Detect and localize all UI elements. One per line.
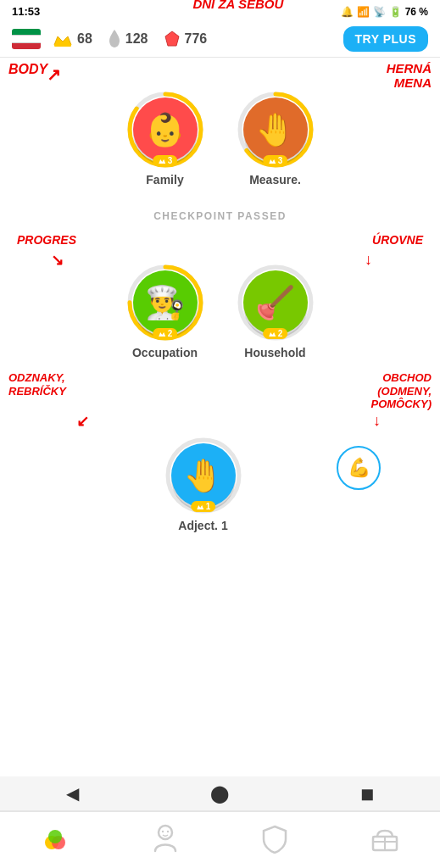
occupation-circle: 👨‍🍳 (133, 270, 198, 335)
svg-marker-0 (54, 36, 71, 45)
svg-marker-8 (269, 159, 276, 164)
shop-circle-button[interactable]: 💪 (337, 446, 381, 490)
shield-icon (259, 824, 290, 854)
svg-point-20 (161, 831, 163, 832)
svg-marker-5 (159, 159, 165, 164)
svg-marker-2 (165, 31, 179, 46)
annotation-body: BODY (8, 62, 47, 77)
profile-icon (150, 824, 181, 854)
gems-count: 776 (185, 31, 208, 47)
flame-icon (108, 30, 121, 48)
lesson-measure[interactable]: 🤚 3 Measure. (237, 92, 314, 186)
lesson-row-2: 👨‍🍳 2 Occupation 🪠 2 (0, 264, 440, 359)
status-time: 11:53 (12, 5, 40, 18)
main-content: 👶 3 Family 🤚 3 (0, 83, 440, 617)
svg-rect-1 (54, 44, 71, 47)
gems-stat: 776 (164, 31, 208, 47)
flame-count: 128 (125, 31, 148, 47)
measure-circle: 🤚 (243, 97, 308, 162)
streak-stat: 68 (53, 31, 92, 47)
checkpoint-passed: CHECKPOINT PASSED (153, 210, 287, 222)
crown-icon (53, 31, 73, 47)
measure-emoji: 🤚 (255, 111, 295, 148)
language-flag[interactable] (12, 29, 41, 49)
family-label: Family (146, 173, 183, 186)
occupation-label: Occupation (132, 346, 198, 359)
svg-marker-11 (159, 332, 165, 337)
back-button[interactable]: ◀ (66, 783, 79, 804)
gem-icon (164, 31, 181, 47)
lesson-row-1: 👶 3 Family 🤚 3 (0, 92, 440, 186)
family-circle: 👶 (133, 97, 198, 162)
bottom-nav (0, 810, 440, 868)
top-stats-bar: 68 128 776 TRY PLUS (0, 21, 440, 58)
occupation-crown: 2 (153, 328, 178, 339)
occupation-emoji: 👨‍🍳 (145, 284, 185, 321)
lesson-occupation[interactable]: 👨‍🍳 2 Occupation (127, 264, 203, 359)
annotation-urovne: ÚROVNE (372, 234, 423, 247)
svg-point-21 (166, 831, 168, 832)
annotation-odznaky: ODZNAKY,REBRÍČKY (8, 371, 66, 398)
family-crown: 3 (153, 155, 178, 166)
status-bar: 11:53 🔔 📶 📡 🔋 76 % (0, 0, 440, 21)
nav-item-profile[interactable] (142, 821, 189, 858)
shop-icon (370, 824, 400, 854)
learn-icon (40, 824, 70, 854)
household-circle: 🪠 (243, 270, 308, 335)
status-icons: 🔔 📶 📡 🔋 76 % (341, 6, 428, 18)
android-nav-bar: ◀ ⬤ ◼ (0, 776, 440, 810)
nav-item-shop[interactable] (361, 821, 409, 858)
nav-item-learn[interactable] (31, 821, 79, 858)
streak-count: 68 (77, 31, 92, 47)
lesson-adject1[interactable]: 🤚 1 Adject. 1 (165, 437, 242, 532)
measure-crown: 3 (263, 155, 288, 166)
household-label: Household (244, 346, 305, 359)
family-emoji: 👶 (145, 111, 185, 148)
adject1-emoji: 🤚 (183, 457, 223, 494)
svg-marker-13 (269, 332, 276, 337)
adject1-crown: 1 (191, 501, 216, 512)
battery-label: 76 % (405, 6, 428, 18)
adject1-circle: 🤚 (171, 443, 236, 508)
measure-label: Measure. (249, 173, 301, 186)
nav-item-shield[interactable] (251, 821, 298, 858)
svg-point-19 (159, 826, 172, 839)
household-emoji: 🪠 (255, 284, 295, 321)
home-button[interactable]: ⬤ (210, 783, 229, 804)
try-plus-button[interactable]: TRY PLUS (343, 26, 428, 52)
recent-button[interactable]: ◼ (360, 783, 375, 804)
flame-stat: 128 (108, 30, 148, 48)
lesson-household[interactable]: 🪠 2 Household (237, 264, 314, 359)
household-crown: 2 (263, 328, 288, 339)
dumbbell-icon: 💪 (348, 457, 370, 479)
svg-marker-15 (197, 505, 203, 509)
annotation-obchod: OBCHOD(ODMENY,POMÔCKY) (371, 371, 432, 411)
svg-point-18 (48, 830, 62, 843)
lesson-family[interactable]: 👶 3 Family (127, 92, 203, 186)
annotation-progres: PROGRES (17, 234, 76, 247)
adject1-label: Adject. 1 (178, 519, 227, 532)
